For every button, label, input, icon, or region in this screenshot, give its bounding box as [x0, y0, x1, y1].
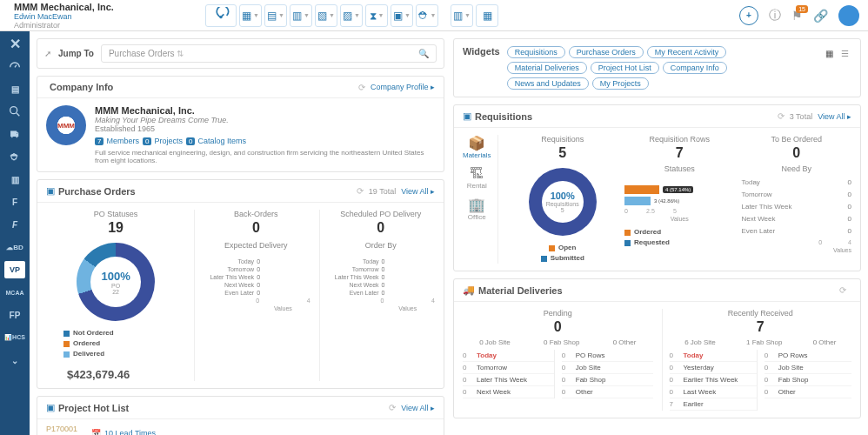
refresh-icon[interactable]: ⟳ — [778, 111, 785, 121]
hotlist-view-all[interactable]: View All ▸ — [401, 404, 435, 412]
tool-icon-10[interactable]: ▥▼ — [451, 4, 473, 27]
po-title: Purchase Orders — [58, 186, 136, 197]
list-item[interactable]: 0Fab Shop — [765, 374, 851, 386]
req-rows-block: Requisition Rows7 Statuses 4 (57.14%) 3 … — [624, 135, 735, 264]
badge-projects[interactable]: 0Projects — [143, 137, 183, 145]
rail-fp-icon[interactable]: FP — [4, 306, 25, 324]
list-item[interactable]: 0Today — [463, 350, 554, 362]
list-item[interactable]: 0Fab Shop — [562, 374, 653, 386]
tool-icon-2[interactable]: ▦▼ — [239, 4, 262, 27]
badge-catalog[interactable]: 0Catalog Items — [186, 137, 246, 145]
side-tab-office[interactable]: 🏢Office — [463, 197, 491, 221]
rail-f2-icon[interactable]: F — [4, 216, 25, 233]
list-item[interactable]: 7Earlier — [670, 398, 757, 411]
tool-icon-3[interactable]: ▤▼ — [264, 4, 287, 27]
purchase-orders-panel: ▣ Purchase Orders ⟳ 19 Total View All ▸ … — [37, 179, 444, 389]
search-icon[interactable]: 🔍 — [418, 49, 429, 58]
rail-list-icon[interactable]: ▤ — [4, 80, 25, 97]
widget-tag[interactable]: My Projects — [592, 77, 649, 90]
widget-tag[interactable]: News and Updates — [507, 77, 589, 90]
mat-icon: 🚚 — [463, 284, 475, 296]
refresh-icon[interactable]: ⟳ — [357, 186, 364, 196]
refresh-icon[interactable]: ⟳ — [389, 403, 396, 412]
list-item[interactable]: 0Later This Week — [463, 374, 554, 386]
badge-members[interactable]: 7Members — [95, 137, 139, 145]
list-item[interactable]: 0Job Site — [765, 362, 851, 374]
widget-tags: RequisitionsPurchase OrdersMy Recent Act… — [507, 46, 808, 90]
list-item[interactable]: 0PO Rows — [562, 350, 653, 362]
flag-icon[interactable]: ⚑15 — [791, 9, 803, 23]
rail-vp-icon[interactable]: VP — [4, 261, 25, 278]
list-item[interactable]: 0Tomorrow — [463, 362, 554, 374]
widget-tag[interactable]: My Recent Activity — [647, 46, 727, 58]
rail-close-icon[interactable]: ✕ — [4, 35, 25, 52]
left-rail: ✕ ▤ ⛟ ⛑ ▥ F F ☁BD VP MCAA FP 📊HCS ⌄ — [0, 31, 30, 435]
po-view-all[interactable]: View All ▸ — [401, 187, 435, 196]
list-view-icon[interactable]: ☰ — [838, 46, 851, 60]
header-user-role: Administrator — [14, 21, 205, 30]
widget-tag[interactable]: Requisitions — [507, 46, 565, 58]
back-orders-block: Back-Orders 0 Expected Delivery Today0To… — [194, 210, 310, 381]
tool-icon-7[interactable]: ⧗▼ — [365, 4, 388, 27]
hotlist-ids[interactable]: P170001 P170001 — [46, 425, 77, 435]
rail-mcaa-icon[interactable]: MCAA — [4, 284, 25, 301]
refresh-icon[interactable]: ⟳ — [358, 83, 365, 92]
add-button[interactable]: + — [739, 6, 758, 25]
tool-icon-4[interactable]: ▥▼ — [290, 4, 312, 27]
list-item[interactable]: 0Yesterday — [670, 362, 757, 374]
list-item[interactable]: 0Today — [670, 350, 757, 362]
rail-expand-icon[interactable]: ⌄ — [4, 351, 25, 369]
link-icon[interactable]: 🔗 — [813, 9, 828, 23]
lead-times-link[interactable]: 📅 10 Lead Times — [91, 425, 156, 435]
side-tab-rental[interactable]: 🏗Rental — [463, 166, 491, 190]
po-total-meta: 19 Total — [369, 187, 396, 196]
rail-forklift-icon[interactable]: ⛟ — [4, 125, 25, 143]
company-established: Established 1965 — [95, 124, 435, 133]
rail-book-icon[interactable]: ▥ — [4, 171, 25, 188]
toolbar: ▦▼ ▤▼ ▥▼ ▧▼ ▨▼ ⧗▼ ▣▼ ⛑▼ ▥▼ ▦ — [205, 4, 498, 27]
list-item[interactable]: 0Other — [765, 386, 851, 398]
header-company-block: MMM Mechanical, Inc. Edwin MacEwan Admin… — [14, 2, 205, 30]
header-right: + ⓘ ⚑15 🔗 — [739, 5, 859, 26]
svg-line-2 — [15, 65, 17, 68]
widget-tag[interactable]: Material Deliveries — [507, 62, 587, 74]
req-icon: ▣ — [463, 110, 471, 122]
jump-to-label: Jump To — [58, 49, 94, 58]
rail-hardhat-icon[interactable]: ⛑ — [4, 148, 25, 165]
jump-placeholder: Purchase Orders ⇅ — [109, 49, 184, 58]
tool-icon-9[interactable]: ⛑▼ — [416, 4, 438, 27]
scheduled-delivery-block: Scheduled PO Delivery 0 Order By Today0T… — [319, 210, 435, 381]
list-item[interactable]: 0PO Rows — [765, 350, 851, 362]
tool-icon-11[interactable]: ▦ — [476, 4, 498, 27]
info-icon[interactable]: ⓘ — [769, 8, 781, 23]
list-item[interactable]: 0Other — [562, 386, 653, 398]
refresh-icon[interactable]: ⟳ — [839, 285, 846, 295]
rail-f1-icon[interactable]: F — [4, 193, 25, 211]
list-item[interactable]: 0Next Week — [463, 386, 554, 398]
widget-tag[interactable]: Company Info — [663, 62, 727, 74]
recent-block: Recently Received7 6 Job Site1 Fab Shop0… — [662, 309, 852, 411]
avatar[interactable] — [838, 5, 859, 26]
widget-tag[interactable]: Purchase Orders — [569, 46, 644, 58]
tool-icon-8[interactable]: ▣▼ — [391, 4, 413, 27]
list-item[interactable]: 0Earlier This Week — [670, 374, 757, 386]
po-icon: ▣ — [46, 185, 55, 197]
list-item[interactable]: 0Job Site — [562, 362, 653, 374]
rail-search-icon[interactable] — [4, 103, 25, 120]
rail-bd-icon[interactable]: ☁BD — [4, 238, 25, 256]
company-profile-link[interactable]: Company Profile ▸ — [371, 83, 435, 91]
tool-icon-6[interactable]: ▨▼ — [340, 4, 363, 27]
list-item[interactable]: 0Last Week — [670, 386, 757, 398]
rail-gauge-icon[interactable] — [4, 57, 25, 75]
dashboard-icon[interactable] — [205, 4, 237, 27]
jump-to-search[interactable]: Purchase Orders ⇅ 🔍 — [101, 44, 437, 63]
grid-view-icon[interactable]: ▦ — [822, 46, 836, 60]
svg-line-1 — [221, 14, 224, 17]
widget-tag[interactable]: Project Hot List — [591, 62, 659, 74]
tool-icon-5[interactable]: ▧▼ — [315, 4, 337, 27]
header-user-name[interactable]: Edwin MacEwan — [14, 12, 205, 21]
req-side-tabs: 📦Materials 🏗Rental 🏢Office — [463, 135, 498, 264]
req-view-all[interactable]: View All ▸ — [818, 112, 851, 121]
side-tab-materials[interactable]: 📦Materials — [463, 135, 491, 159]
rail-hcs-icon[interactable]: 📊HCS — [4, 329, 25, 346]
